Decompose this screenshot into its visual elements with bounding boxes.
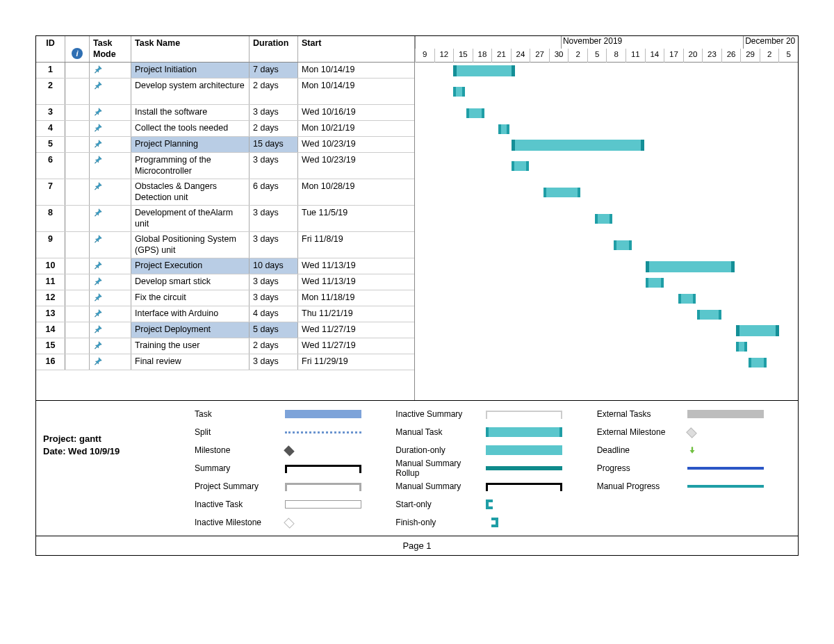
task-name: Fix the circuit	[131, 290, 250, 306]
summary-bar[interactable]	[646, 261, 734, 272]
legend-label: External Milestone	[597, 427, 687, 437]
task-bar[interactable]	[498, 124, 509, 134]
task-id: 14	[36, 322, 65, 338]
task-bar[interactable]	[543, 188, 580, 197]
grid-body: 1 Project Initiation 7 days Mon 10/14/19…	[36, 63, 414, 370]
task-bar[interactable]	[453, 87, 464, 97]
task-start: Mon 10/21/19	[298, 121, 414, 136]
task-info-cell	[65, 121, 90, 136]
task-bar[interactable]	[678, 294, 696, 304]
task-mode-cell	[90, 179, 131, 205]
task-row[interactable]: 15 Training the user 2 days Wed 11/27/19	[36, 338, 414, 354]
task-info-cell	[65, 63, 90, 78]
task-row[interactable]: 6 Programming of the Microcontroller 3 d…	[36, 153, 414, 179]
task-row[interactable]: 11 Develop smart stick 3 days Wed 11/13/…	[36, 274, 414, 290]
pin-icon	[93, 308, 103, 318]
pin-icon	[93, 276, 103, 286]
legend-label: Split	[195, 427, 285, 437]
timeline-day: 2	[760, 49, 779, 63]
task-bar[interactable]	[697, 310, 721, 320]
summary-bar[interactable]	[512, 140, 645, 151]
task-mode-cell	[90, 274, 131, 290]
task-row[interactable]: 4 Collect the tools needed 2 days Mon 10…	[36, 121, 414, 137]
task-row[interactable]: 14 Project Deployment 5 days Wed 11/27/1…	[36, 322, 414, 338]
task-duration: 4 days	[250, 306, 298, 322]
task-mode-cell	[90, 63, 131, 78]
timeline-day: 29	[740, 49, 760, 63]
task-name: Install the software	[131, 105, 250, 120]
task-info-cell	[65, 179, 90, 205]
task-info-cell	[65, 306, 90, 322]
task-row[interactable]: 16 Final review 3 days Fri 11/29/19	[36, 354, 414, 370]
timeline-day: 11	[626, 49, 645, 63]
legend-item: Inactive Milestone	[195, 513, 395, 531]
pin-icon	[93, 234, 103, 244]
task-duration: 3 days	[250, 290, 298, 306]
task-name: Development of theAlarm unit	[131, 206, 250, 231]
pin-icon	[93, 139, 103, 149]
task-bar[interactable]	[749, 358, 767, 368]
task-duration: 7 days	[250, 63, 298, 78]
task-row[interactable]: 8 Development of theAlarm unit 3 days Tu…	[36, 206, 414, 232]
timeline-day: 18	[473, 49, 492, 63]
task-bar[interactable]	[466, 108, 484, 118]
task-row[interactable]: 9 Global Positioning System (GPS) unit 3…	[36, 232, 414, 258]
task-id: 15	[36, 338, 65, 354]
task-row[interactable]: 5 Project Planning 15 days Wed 10/23/19	[36, 137, 414, 153]
gantt-row	[415, 105, 798, 121]
task-duration: 3 days	[250, 232, 298, 258]
legend-label: Inactive Summary	[395, 409, 486, 419]
task-bar[interactable]	[736, 342, 747, 352]
timeline-day: 30	[549, 49, 569, 63]
pin-icon	[93, 324, 103, 334]
gantt-row	[415, 79, 798, 105]
legend-swatch	[486, 427, 562, 437]
task-bar[interactable]	[595, 214, 613, 224]
task-name: Collect the tools needed	[131, 121, 250, 136]
task-mode-cell	[90, 258, 131, 274]
task-row[interactable]: 2 Develop system architecture 2 days Mon…	[36, 79, 414, 105]
legend-swatch	[687, 445, 698, 455]
task-row[interactable]: 3 Install the software 3 days Wed 10/16/…	[36, 105, 414, 121]
task-duration: 3 days	[250, 153, 298, 179]
task-row[interactable]: 13 Interface with Arduino 4 days Thu 11/…	[36, 306, 414, 322]
task-id: 3	[36, 105, 65, 120]
task-id: 2	[36, 79, 65, 104]
task-mode-cell	[90, 79, 131, 104]
gantt-row	[415, 121, 798, 137]
project-info: Project: gantt Date: Wed 10/9/19	[36, 405, 195, 531]
task-start: Mon 11/18/19	[298, 290, 414, 306]
task-mode-cell	[90, 137, 131, 152]
chart-area: ID i Task Mode Task Name Duration Start …	[35, 35, 799, 400]
task-row[interactable]: 7 Obstacles & Dangers Detection unit 6 d…	[36, 179, 414, 206]
pin-icon	[93, 65, 103, 74]
task-bar[interactable]	[646, 278, 664, 288]
task-row[interactable]: 10 Project Execution 10 days Wed 11/13/1…	[36, 258, 414, 274]
legend-swatch	[285, 410, 361, 418]
task-id: 8	[36, 206, 65, 231]
task-row[interactable]: 1 Project Initiation 7 days Mon 10/14/19	[36, 63, 414, 79]
task-name: Programming of the Microcontroller	[131, 153, 250, 179]
task-bar[interactable]	[512, 161, 530, 171]
task-info-cell	[65, 206, 90, 231]
task-name: Final review	[131, 354, 250, 370]
timeline-day: 26	[721, 49, 741, 63]
task-id: 4	[36, 121, 65, 136]
task-duration: 2 days	[250, 338, 298, 354]
timeline-day: 21	[491, 49, 511, 63]
gantt-row	[415, 354, 798, 370]
legend-swatch	[486, 411, 562, 418]
task-name: Develop system architecture	[131, 79, 250, 104]
legend-label: Project Summary	[195, 481, 285, 491]
task-name: Develop smart stick	[131, 274, 250, 290]
task-bar[interactable]	[614, 240, 632, 250]
gantt-row	[415, 206, 798, 232]
legend-item: Progress	[597, 459, 798, 477]
task-row[interactable]: 12 Fix the circuit 3 days Mon 11/18/19	[36, 290, 414, 306]
task-name: Project Planning	[131, 137, 250, 152]
task-id: 10	[36, 258, 65, 274]
col-id: ID	[36, 36, 65, 62]
summary-bar[interactable]	[736, 325, 780, 336]
timeline-day: 17	[664, 49, 683, 63]
summary-bar[interactable]	[453, 65, 514, 76]
